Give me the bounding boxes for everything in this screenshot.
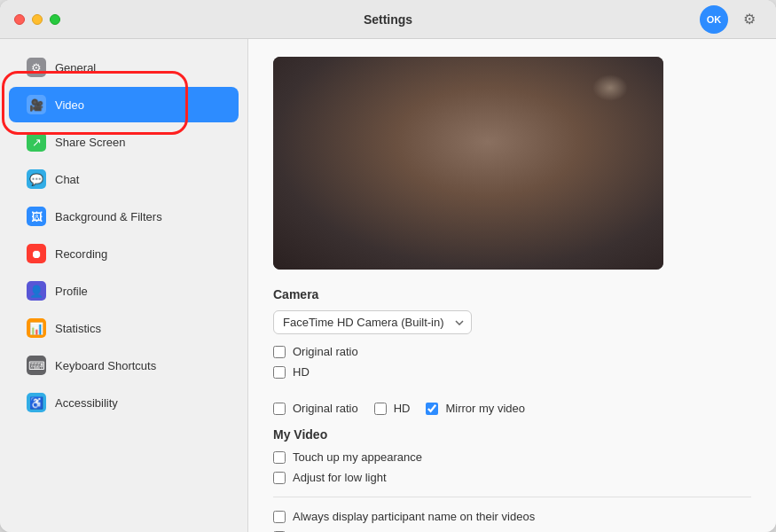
gear-icon[interactable]: ⚙: [737, 7, 762, 32]
sidebar-item-background[interactable]: 🖼 Background & Filters: [9, 199, 239, 234]
mirror-text: Mirror my video: [445, 402, 525, 415]
camera-section-title: Camera: [273, 287, 751, 301]
original-ratio-row: Original ratio: [273, 402, 358, 415]
show-name-row: Always display participant name on their…: [273, 510, 751, 523]
camera-options-row: Original ratio HD Mirror my video: [273, 402, 751, 415]
sidebar-label-profile: Profile: [55, 285, 88, 298]
touch-up-label: Touch up my appearance: [293, 450, 422, 464]
mirror-check[interactable]: [426, 403, 438, 415]
minimize-button[interactable]: [32, 14, 43, 25]
sidebar-item-recording[interactable]: ⏺ Recording: [9, 236, 239, 271]
keyboard-icon: ⌨: [27, 356, 46, 375]
divider: [273, 497, 751, 497]
my-video-title: My Video: [273, 427, 751, 442]
video-item-wrapper: ⚙ General 🎥 Video: [0, 50, 247, 122]
titlebar: Settings OK ⚙: [0, 0, 776, 39]
sidebar-item-keyboard[interactable]: ⌨ Keyboard Shortcuts: [9, 348, 239, 383]
face-highlight: [592, 74, 628, 101]
camera-select[interactable]: FaceTime HD Camera (Built-in) OBS Virtua…: [273, 310, 472, 334]
low-light-checkbox[interactable]: [273, 472, 286, 484]
window-title: Settings: [364, 12, 412, 27]
sidebar-item-chat[interactable]: 💬 Chat: [9, 161, 239, 197]
close-button[interactable]: [14, 14, 25, 25]
background-icon: 🖼: [27, 207, 46, 226]
content-area: ⚙ General 🎥 Video ↗ Share Screen 💬 Chat: [0, 39, 776, 532]
sidebar-item-video[interactable]: 🎥 Video: [9, 87, 239, 122]
hd-row: HD: [374, 402, 411, 415]
show-name-checkbox[interactable]: [273, 511, 286, 523]
sidebar-item-statistics[interactable]: 📊 Statistics: [9, 310, 239, 346]
sidebar-label-chat: Chat: [55, 173, 79, 186]
sidebar-label-background: Background & Filters: [55, 210, 162, 223]
user-avatar[interactable]: OK: [700, 5, 728, 34]
main-content: Camera FaceTime HD Camera (Built-in) OBS…: [248, 39, 776, 532]
video-icon: 🎥: [27, 95, 46, 114]
sidebar-item-general[interactable]: ⚙ General: [9, 50, 239, 85]
hd-checkbox[interactable]: [273, 366, 286, 379]
statistics-icon: 📊: [27, 318, 46, 338]
sidebar-item-share-screen[interactable]: ↗ Share Screen: [9, 124, 239, 160]
sidebar: ⚙ General 🎥 Video ↗ Share Screen 💬 Chat: [0, 39, 248, 532]
low-light-label: Adjust for low light: [293, 471, 387, 484]
sidebar-label-video: Video: [55, 98, 84, 112]
video-preview: [273, 57, 663, 270]
hd-check[interactable]: [374, 403, 387, 415]
traffic-lights: [14, 14, 60, 25]
sidebar-item-profile[interactable]: 👤 Profile: [9, 273, 239, 309]
sidebar-label-accessibility: Accessibility: [55, 396, 118, 410]
sidebar-label-general: General: [55, 61, 96, 74]
recording-icon: ⏺: [27, 244, 46, 263]
sidebar-label-statistics: Statistics: [55, 322, 101, 335]
original-ratio-checkbox[interactable]: [273, 346, 286, 358]
accessibility-icon: ♿: [27, 393, 46, 412]
camera-select-row: FaceTime HD Camera (Built-in) OBS Virtua…: [273, 310, 751, 334]
sidebar-label-keyboard: Keyboard Shortcuts: [55, 359, 156, 372]
original-ratio-check[interactable]: [273, 403, 286, 415]
checkbox-original-ratio: Original ratio: [273, 345, 751, 358]
touch-up-checkbox[interactable]: [273, 451, 286, 464]
chat-icon: 💬: [27, 169, 46, 189]
sidebar-item-accessibility[interactable]: ♿ Accessibility: [9, 385, 239, 420]
original-ratio-text: Original ratio: [293, 402, 358, 415]
settings-window: Settings OK ⚙ ⚙ General 🎥 Video: [0, 0, 776, 532]
touch-up-row: Touch up my appearance: [273, 450, 751, 464]
hd-text: HD: [394, 402, 411, 415]
maximize-button[interactable]: [50, 14, 60, 25]
sidebar-label-share: Share Screen: [55, 136, 126, 149]
low-light-row: Adjust for low light: [273, 471, 751, 484]
checkbox-hd: HD: [273, 365, 751, 379]
show-name-label: Always display participant name on their…: [293, 510, 535, 523]
original-ratio-label: Original ratio: [293, 345, 358, 358]
hd-label: HD: [293, 365, 310, 379]
sidebar-label-recording: Recording: [55, 247, 107, 261]
mirror-row: Mirror my video: [426, 402, 525, 415]
profile-icon: 👤: [27, 281, 46, 301]
titlebar-right: OK ⚙: [700, 5, 762, 34]
general-icon: ⚙: [27, 58, 46, 77]
share-screen-icon: ↗: [27, 132, 46, 152]
